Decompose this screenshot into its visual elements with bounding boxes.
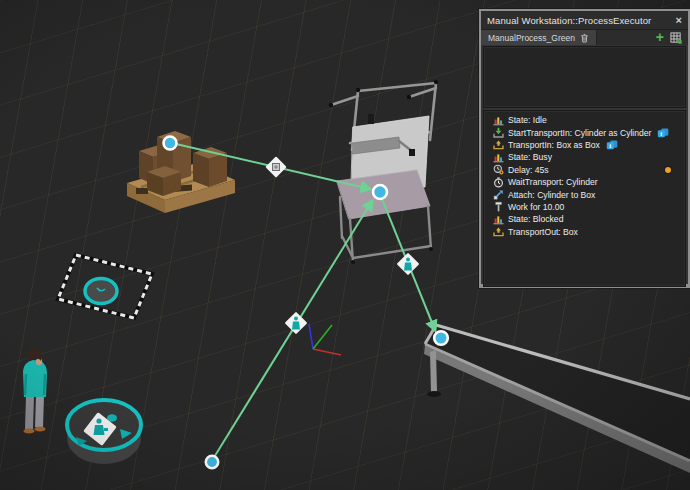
work-icon <box>493 201 504 212</box>
process-tab-label: ManualProcess_Green <box>488 33 575 43</box>
process-step[interactable]: Delay: 45s <box>484 164 685 176</box>
waypoint-product[interactable] <box>265 156 286 177</box>
conveyor[interactable] <box>424 325 690 473</box>
process-step[interactable]: TransportIn: Box as Boxi <box>484 139 685 151</box>
process-step-label: StartTransportIn: Cylinder as Cylinder <box>508 128 651 138</box>
pallet-with-boxes[interactable] <box>127 131 235 213</box>
delete-icon[interactable] <box>580 33 589 43</box>
svg-text:i: i <box>661 130 663 137</box>
node-workstation[interactable] <box>373 185 387 199</box>
process-step-label: TransportIn: Box as Box <box>508 140 600 150</box>
process-step[interactable]: State: Blocked <box>484 213 685 225</box>
add-process-icon[interactable]: + <box>656 30 664 44</box>
process-step-label: Delay: 45s <box>508 165 549 175</box>
close-icon[interactable]: × <box>676 15 682 26</box>
node-start[interactable] <box>206 456 218 468</box>
process-step-label: TransportOut: Box <box>508 227 578 237</box>
transport-out-icon <box>493 226 504 237</box>
process-step[interactable]: WaitTransport: Cylinder <box>484 176 685 188</box>
floor-zone-marker[interactable] <box>58 255 152 318</box>
process-step[interactable]: StartTransportIn: Cylinder as Cylinderi <box>484 126 685 138</box>
process-tab[interactable]: ManualProcess_Green <box>481 30 597 45</box>
world-axes <box>309 324 341 355</box>
panel-titlebar[interactable]: Manual Workstation::ProcessExecutor × <box>481 11 688 30</box>
transport-in-icon <box>493 139 504 150</box>
waypoint-operator-1[interactable] <box>285 312 308 335</box>
process-step-label: Attach: Cylinder to Box <box>508 190 595 200</box>
transport-start-in-icon <box>493 127 504 138</box>
process-step-label: State: Blocked <box>508 214 563 224</box>
attach-icon <box>493 189 504 200</box>
node-conveyor[interactable] <box>434 331 448 345</box>
process-step-label: WaitTransport: Cylinder <box>508 177 598 187</box>
state-chart-icon <box>493 152 504 163</box>
process-step[interactable]: State: Busy <box>484 151 685 163</box>
process-grid-icon[interactable] <box>670 32 682 44</box>
state-chart-icon <box>493 214 504 225</box>
operator-start-pedestal[interactable] <box>67 400 141 464</box>
process-step[interactable]: Work for 10.00 <box>484 201 685 213</box>
operator-avatar[interactable] <box>23 348 47 434</box>
process-step-label: State: Busy <box>508 152 552 162</box>
state-chart-icon <box>493 115 504 126</box>
process-step[interactable]: Attach: Cylinder to Box <box>484 188 685 200</box>
breakpoint-marker[interactable] <box>665 167 671 173</box>
process-steps-list[interactable]: State: IdleStartTransportIn: Cylinder as… <box>483 110 686 287</box>
process-executor-panel: Manual Workstation::ProcessExecutor × Ma… <box>479 9 690 288</box>
resource-badge-icon: i <box>606 140 618 150</box>
panel-title: Manual Workstation::ProcessExecutor <box>487 15 651 26</box>
waypoint-operator-2[interactable] <box>397 253 420 276</box>
svg-text:i: i <box>609 142 611 149</box>
process-toolbar: + <box>656 30 688 45</box>
delay-icon <box>493 164 504 175</box>
process-step-label: State: Idle <box>508 115 547 125</box>
process-step[interactable]: State: Idle <box>484 114 685 126</box>
process-queue-box[interactable] <box>483 46 686 108</box>
process-step-label: Work for 10.00 <box>508 202 564 212</box>
wait-transport-icon <box>493 177 504 188</box>
manual-workstation-table[interactable] <box>329 80 438 264</box>
node-pallet[interactable] <box>164 137 177 150</box>
process-step[interactable]: TransportOut: Box <box>484 226 685 238</box>
resource-badge-icon: i <box>657 128 669 138</box>
panel-tabbar: ManualProcess_Green + <box>481 30 688 45</box>
